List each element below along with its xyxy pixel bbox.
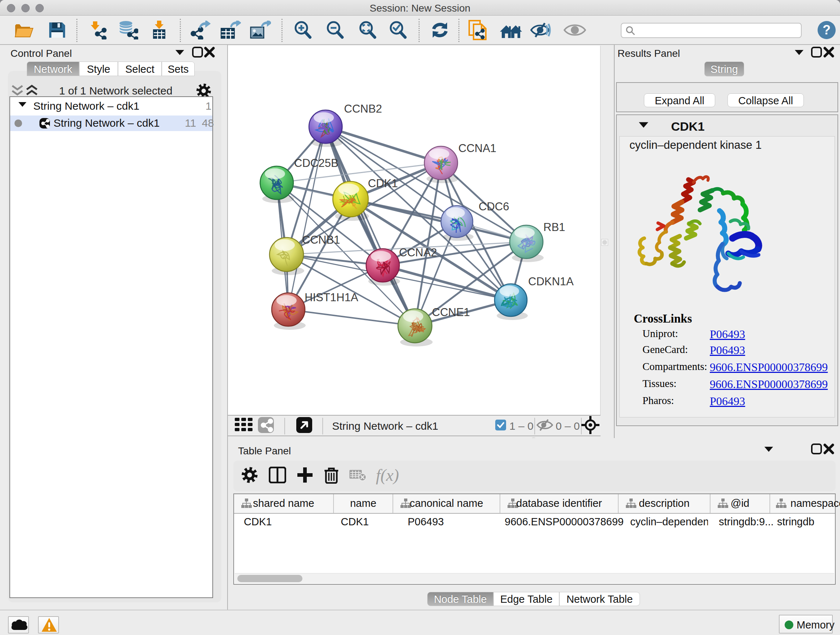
- svg-text:CCNE1: CCNE1: [432, 306, 470, 318]
- svg-text:CDC6: CDC6: [478, 200, 509, 213]
- svg-text:CDKN1A: CDKN1A: [528, 275, 574, 288]
- svg-text:CCNB1: CCNB1: [302, 233, 340, 246]
- svg-text:HIST1H1A: HIST1H1A: [305, 291, 358, 304]
- svg-text:CDC25B: CDC25B: [294, 157, 338, 169]
- svg-text:?: ?: [823, 22, 831, 37]
- svg-text:CCNA2: CCNA2: [399, 246, 437, 259]
- svg-text:CDK1: CDK1: [368, 177, 398, 190]
- svg-text:CCNB2: CCNB2: [344, 103, 382, 115]
- svg-text:CCNA1: CCNA1: [458, 142, 496, 155]
- svg-text:RB1: RB1: [543, 221, 565, 233]
